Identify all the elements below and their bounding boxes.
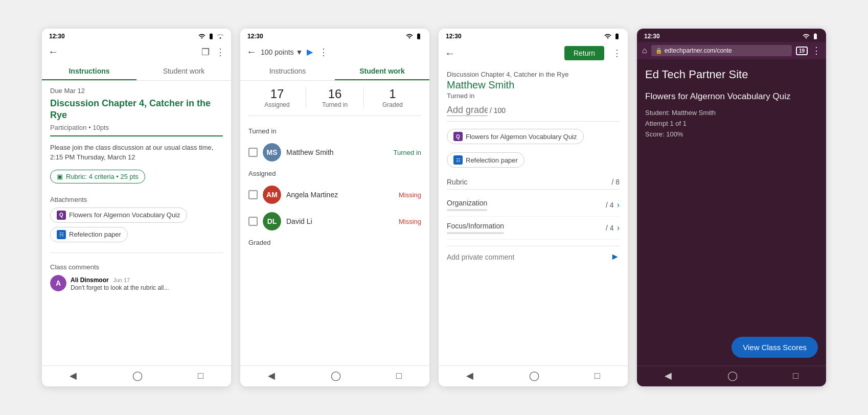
rubric-progress-focus bbox=[447, 232, 504, 234]
recent-nav-icon-4[interactable]: □ bbox=[793, 371, 798, 381]
submission-student-name: Matthew Smith bbox=[447, 79, 620, 91]
more-icon-3[interactable]: ⋮ bbox=[612, 48, 622, 59]
home-nav-icon-4[interactable]: ◯ bbox=[727, 370, 738, 381]
quiz-icon-1: Q bbox=[57, 211, 66, 220]
attachment-chip-quiz-1[interactable]: Q Flowers for Algernon Vocabulary Quiz bbox=[50, 208, 187, 223]
tab-instructions-1[interactable]: Instructions bbox=[42, 62, 136, 80]
back-button-3[interactable]: ← bbox=[445, 48, 455, 59]
status-icons-1 bbox=[198, 33, 224, 40]
tab-student-work-2[interactable]: Student work bbox=[335, 62, 429, 80]
rubric-chip[interactable]: ▣ Rubric: 4 criteria • 25 pts bbox=[50, 170, 145, 183]
tab-student-work-1[interactable]: Student work bbox=[136, 62, 231, 80]
section-header-assigned: Assigned bbox=[248, 166, 421, 181]
home-nav-icon-2[interactable]: ◯ bbox=[331, 370, 341, 381]
screen-instructions: 12:30 ← ❐ ⋮ Instructions Student work Du… bbox=[42, 29, 231, 386]
stat-graded-label: Graded bbox=[368, 101, 417, 108]
tab-count[interactable]: 19 bbox=[796, 47, 808, 55]
quiz-detail-attempt: Attempt 1 of 1 bbox=[645, 120, 818, 127]
nav-bar-3: ← Return ⋮ bbox=[439, 42, 628, 64]
checkbox-david[interactable] bbox=[248, 217, 258, 226]
attachment-name-quiz-3: Flowers for Algernon Vocabulary Quiz bbox=[466, 133, 577, 141]
nav-actions-2: ▶ ⋮ bbox=[307, 47, 328, 58]
recent-nav-icon-2[interactable]: □ bbox=[396, 371, 402, 381]
attachment-chip-paper-3[interactable]: ☷ Refelection paper bbox=[447, 152, 524, 168]
quiz-title: Flowers for Algernon Vocabulary Quiz bbox=[645, 91, 818, 102]
attachment-name-paper-3: Refelection paper bbox=[466, 156, 518, 164]
back-button-1[interactable]: ← bbox=[48, 46, 58, 58]
quiz-detail-student: Student: Matthew Smith bbox=[645, 109, 818, 117]
points-selector[interactable]: 100 points ▼ bbox=[261, 48, 303, 56]
svg-rect-0 bbox=[220, 37, 221, 38]
status-bar-2: 12:30 bbox=[240, 29, 429, 42]
send-icon[interactable]: ► bbox=[610, 251, 620, 262]
status-bar-1: 12:30 bbox=[42, 29, 231, 42]
bottom-nav-2: ◀ ◯ □ bbox=[240, 365, 429, 386]
bottom-nav-1: ◀ ◯ □ bbox=[42, 365, 231, 386]
attachment-chip-quiz-3[interactable]: Q Flowers for Algernon Vocabulary Quiz bbox=[447, 129, 584, 144]
comment-author: Ali Dinsmoor bbox=[71, 276, 109, 284]
avatar-matthew: MS bbox=[263, 143, 281, 162]
screen-content-3: Discussion Chapter 4, Catcher in the Rye… bbox=[439, 64, 628, 365]
student-row-angela[interactable]: AM Angela Martinez Missing bbox=[248, 181, 421, 208]
rubric-name-focus: Focus/Information bbox=[447, 222, 504, 234]
home-icon[interactable]: ⌂ bbox=[642, 46, 647, 55]
time-2: 12:30 bbox=[247, 33, 263, 40]
section-header-graded: Graded bbox=[248, 235, 421, 250]
student-row-matthew[interactable]: MS Matthew Smith Turned in bbox=[248, 139, 421, 166]
back-button-2[interactable]: ← bbox=[246, 46, 257, 58]
status-icons-3 bbox=[604, 33, 621, 40]
green-divider bbox=[50, 135, 223, 136]
attachment-chip-paper-1[interactable]: ☷ Refelection paper bbox=[50, 227, 128, 242]
back-nav-icon-1[interactable]: ◀ bbox=[70, 370, 77, 381]
attachment-name-paper-1: Refelection paper bbox=[69, 230, 121, 238]
chevron-icon-focus: › bbox=[617, 223, 620, 233]
student-row-david[interactable]: DL David Li Missing bbox=[248, 208, 421, 235]
back-nav-icon-3[interactable]: ◀ bbox=[466, 370, 473, 381]
assignment-description: Please join the class discussion at our … bbox=[50, 143, 223, 163]
return-button[interactable]: Return bbox=[564, 46, 604, 60]
rubric-row-focus[interactable]: Focus/Information / 4 › bbox=[447, 217, 620, 240]
assignment-meta: Participation • 10pts bbox=[50, 124, 223, 131]
stat-graded: 1 Graded bbox=[364, 87, 421, 108]
class-comments-section: Class comments A Ali Dinsmoor Jun 17 Don… bbox=[50, 252, 223, 291]
recent-nav-icon-1[interactable]: □ bbox=[198, 371, 203, 381]
commenter-avatar: A bbox=[50, 275, 66, 291]
rubric-progress-org bbox=[447, 209, 487, 211]
share-icon[interactable]: ❐ bbox=[201, 47, 210, 58]
address-bar[interactable]: 🔒 edtechpartner.com/conte bbox=[651, 45, 792, 56]
avatar-david: DL bbox=[263, 212, 281, 230]
comment-row: A Ali Dinsmoor Jun 17 Don't forget to lo… bbox=[50, 275, 223, 291]
home-nav-icon-3[interactable]: ◯ bbox=[529, 370, 539, 381]
checkbox-matthew[interactable] bbox=[248, 148, 258, 157]
paper-icon-3: ☷ bbox=[453, 155, 463, 165]
drive-icon[interactable]: ▶ bbox=[307, 47, 313, 57]
more-icon-2[interactable]: ⋮ bbox=[319, 47, 328, 58]
grade-row: / 100 bbox=[447, 105, 620, 122]
back-nav-icon-4[interactable]: ◀ bbox=[665, 370, 672, 381]
tab-instructions-2[interactable]: Instructions bbox=[240, 62, 335, 80]
status-angela: Missing bbox=[399, 191, 421, 199]
recent-nav-icon-3[interactable]: □ bbox=[595, 371, 600, 381]
stat-graded-number: 1 bbox=[368, 87, 417, 101]
grade-input[interactable] bbox=[447, 105, 488, 116]
private-comment-input[interactable] bbox=[447, 253, 610, 261]
home-nav-icon-1[interactable]: ◯ bbox=[132, 370, 143, 381]
more-icon-1[interactable]: ⋮ bbox=[216, 47, 225, 58]
nav-bar-2: ← 100 points ▼ ▶ ⋮ bbox=[240, 42, 429, 62]
more-icon-4[interactable]: ⋮ bbox=[812, 45, 821, 56]
screen-content-1: Due Mar 12 Discussion Chapter 4, Catcher… bbox=[42, 81, 231, 365]
paper-icon-1: ☷ bbox=[57, 230, 66, 239]
stats-row: 17 Assigned 16 Turned in 1 Graded bbox=[248, 87, 421, 116]
view-class-scores-button[interactable]: View Class Scores bbox=[732, 337, 818, 358]
checkbox-angela[interactable] bbox=[248, 190, 258, 199]
rubric-points-org: / 4 › bbox=[606, 200, 620, 210]
student-name-matthew: Matthew Smith bbox=[286, 148, 389, 156]
site-title: Ed Tech Partner Site bbox=[645, 67, 818, 82]
screen-edtech: 12:30 ⌂ 🔒 edtechpartner.com/conte 19 ⋮ E… bbox=[637, 29, 826, 386]
status-david: Missing bbox=[399, 218, 421, 225]
back-nav-icon-2[interactable]: ◀ bbox=[268, 370, 275, 381]
commenter-avatar-placeholder: A bbox=[50, 275, 66, 291]
rubric-row-organization[interactable]: Organization / 4 › bbox=[447, 194, 620, 217]
stat-assigned: 17 Assigned bbox=[248, 87, 306, 108]
time-3: 12:30 bbox=[446, 33, 462, 40]
